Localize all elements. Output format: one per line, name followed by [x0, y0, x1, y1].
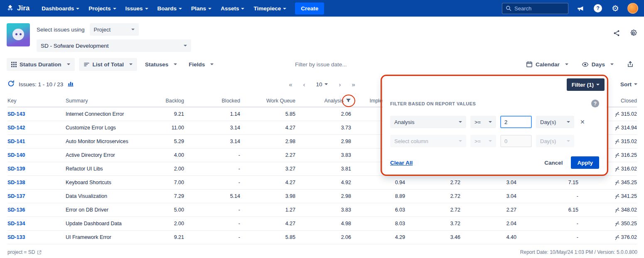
issue-key-link[interactable]: SD-133: [7, 234, 25, 240]
nav-menu-issues[interactable]: Issues: [122, 3, 152, 14]
project-select[interactable]: SD - Sofware Development: [37, 39, 191, 52]
filter-unit-select[interactable]: Day(s): [536, 135, 574, 147]
question-icon: ?: [594, 4, 602, 12]
column-header-key[interactable]: Key: [7, 95, 66, 107]
filter-value-input[interactable]: [500, 116, 532, 128]
view-mode-select[interactable]: List of Total: [79, 58, 138, 71]
jql-label: project = SD: [7, 249, 35, 255]
duration-cell: 1.27: [240, 203, 295, 217]
external-link-icon[interactable]: [37, 250, 42, 255]
chevron-down-icon: [145, 8, 148, 10]
apply-button[interactable]: Apply: [571, 156, 599, 169]
page-size-select[interactable]: 10: [316, 81, 328, 88]
running-person-icon: [615, 194, 620, 199]
issue-key-link[interactable]: SD-137: [7, 193, 25, 199]
filter-column-select[interactable]: Analysis: [390, 116, 466, 128]
issue-key-link[interactable]: SD-140: [7, 152, 25, 158]
duration-cell: 9.21: [161, 231, 184, 244]
jira-logo[interactable]: Jira: [6, 4, 29, 13]
user-avatar[interactable]: [627, 3, 638, 14]
filter-button[interactable]: Filter (1): [567, 78, 605, 91]
last-page-button[interactable]: »: [352, 81, 355, 88]
next-page-button[interactable]: ›: [339, 81, 341, 88]
column-header-summary[interactable]: Summary: [66, 95, 161, 107]
announcements-icon[interactable]: [575, 3, 586, 14]
table-row: SD-136Error on DB Driver5.00-1.273.836.0…: [7, 203, 637, 217]
clear-all-link[interactable]: Clear All: [390, 160, 413, 166]
issue-key-link[interactable]: SD-143: [7, 111, 25, 117]
filter-row: Select column>=Day(s): [390, 135, 599, 147]
calendar-select[interactable]: Calendar: [522, 58, 572, 71]
issue-summary: Data Visualization: [66, 190, 161, 203]
filter-help-icon[interactable]: ?: [591, 100, 599, 107]
nav-menu-plans[interactable]: Plans: [187, 3, 215, 14]
refresh-icon[interactable]: [7, 80, 15, 89]
create-button[interactable]: Create: [295, 2, 324, 15]
prev-page-button[interactable]: ‹: [303, 81, 305, 88]
report-settings-gear-icon[interactable]: [629, 29, 637, 39]
column-header-backlog[interactable]: Backlog: [161, 95, 184, 107]
duration-cell: -: [184, 217, 240, 231]
fields-select[interactable]: Fields: [185, 58, 217, 71]
column-header-blocked[interactable]: Blocked: [184, 95, 240, 107]
share-icon[interactable]: [613, 29, 620, 39]
nav-menu-projects[interactable]: Projects: [85, 3, 120, 14]
remove-filter-icon[interactable]: ✕: [580, 119, 585, 125]
nav-menu-boards[interactable]: Boards: [154, 3, 186, 14]
issue-key-link[interactable]: SD-139: [7, 166, 25, 172]
filter-operator-select[interactable]: >=: [470, 116, 496, 128]
duration-cell: 3.83: [295, 203, 351, 217]
report-type-select[interactable]: Status Duration: [7, 58, 75, 71]
duration-cell: -: [184, 231, 240, 244]
settings-gear-icon[interactable]: ⚙: [610, 3, 621, 14]
cancel-button[interactable]: Cancel: [544, 160, 563, 166]
nav-menus: DashboardsProjectsIssuesBoardsPlansAsset…: [38, 3, 290, 14]
nav-menu-assets[interactable]: Assets: [217, 3, 248, 14]
filter-operator-select[interactable]: >=: [470, 135, 496, 147]
running-person-icon: [615, 125, 620, 131]
filter-column-select[interactable]: Select column: [390, 135, 466, 147]
duration-cell: 2.27: [240, 148, 295, 162]
issue-key-link[interactable]: SD-138: [7, 180, 25, 185]
duration-cell: 2.00: [161, 162, 184, 176]
filter-unit-select[interactable]: Day(s): [536, 116, 574, 128]
issue-summary: Update Dashboard Data: [66, 217, 161, 231]
issue-key-link[interactable]: SD-142: [7, 125, 25, 131]
issues-count-label: Issues: 1 - 10 / 23: [19, 81, 63, 88]
funnel-filter-icon[interactable]: [346, 98, 351, 103]
first-page-button[interactable]: «: [289, 81, 292, 88]
chevron-down-icon: [241, 8, 244, 10]
nav-menu-timepiece[interactable]: Timepiece: [250, 3, 290, 14]
chevron-down-icon: [76, 8, 79, 10]
duration-cell: 3.14: [184, 121, 240, 135]
sort-select[interactable]: Sort: [620, 81, 637, 88]
running-person-icon: [615, 207, 620, 213]
column-header-analysis[interactable]: Analysis: [295, 95, 351, 107]
duration-cell: 3.27: [240, 162, 295, 176]
statuses-select[interactable]: Statuses: [141, 58, 181, 71]
bar-chart-icon[interactable]: [67, 80, 74, 88]
duration-cell: 8.89: [351, 190, 405, 203]
chevron-down-icon: [596, 84, 600, 85]
duration-cell: 2.72: [405, 203, 460, 217]
search-icon: [506, 5, 511, 11]
chevron-down-icon: [325, 83, 328, 85]
filter-value-input[interactable]: [500, 135, 532, 147]
time-unit-select[interactable]: Days: [578, 58, 617, 71]
chevron-down-icon: [489, 121, 492, 123]
issue-key-link[interactable]: SD-136: [7, 207, 25, 213]
issue-date-filter-input[interactable]: Filter by issue date...: [295, 61, 347, 68]
report-toolbar: Status Duration List of Total Statuses F…: [0, 56, 644, 73]
help-icon[interactable]: ?: [592, 3, 603, 14]
nav-menu-dashboards[interactable]: Dashboards: [38, 3, 83, 14]
column-header-work-queue[interactable]: Work Queue: [240, 95, 295, 107]
search-box[interactable]: [502, 3, 568, 14]
duration-cell: 5.00: [161, 203, 184, 217]
issue-key-link[interactable]: SD-141: [7, 139, 25, 144]
search-input[interactable]: [514, 5, 565, 12]
issue-key-link[interactable]: SD-134: [7, 221, 25, 226]
issue-summary: Auto Monitor Microservices: [66, 135, 161, 148]
duration-cell: 4.27: [240, 217, 295, 231]
export-button[interactable]: [623, 58, 637, 71]
issue-source-select[interactable]: Project: [90, 23, 139, 36]
